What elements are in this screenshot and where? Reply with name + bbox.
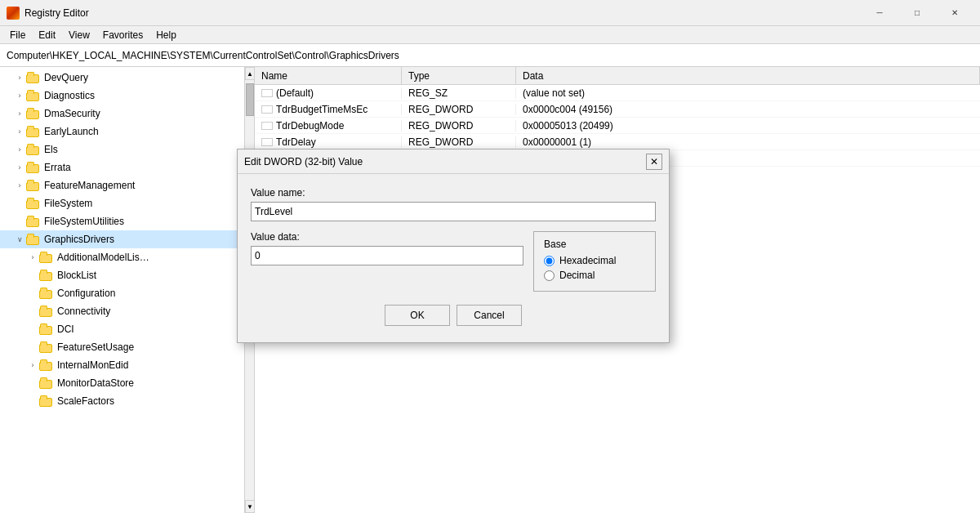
folder-icon — [26, 198, 41, 209]
chevron-right-icon: › — [13, 109, 26, 118]
value-data-col: Value data: — [251, 231, 523, 292]
scroll-down-arrow[interactable]: ▼ — [245, 500, 255, 513]
base-group: Base Hexadecimal Decimal — [533, 231, 656, 292]
tree-item-devquery[interactable]: › DevQuery — [0, 69, 244, 87]
folder-icon — [39, 288, 54, 299]
value-data-label: Value data: — [251, 231, 523, 243]
hexadecimal-radio[interactable] — [544, 256, 555, 266]
tree-item-filesystem[interactable]: FileSystem — [0, 194, 244, 212]
tree-label: BlockList — [57, 270, 96, 281]
data-row[interactable]: TdrBudgetTimeMsEc REG_DWORD 0x0000c004 (… — [255, 101, 980, 118]
column-header-data: Data — [516, 67, 980, 84]
tree-label: DmaSecurity — [44, 108, 100, 119]
menu-favorites[interactable]: Favorites — [96, 28, 149, 42]
tree-item-scalefactors[interactable]: ScaleFactors — [0, 392, 244, 410]
folder-icon — [39, 270, 54, 281]
menu-help[interactable]: Help — [149, 28, 183, 42]
menu-edit[interactable]: Edit — [32, 28, 62, 42]
tree-item-filesystemutilities[interactable]: FileSystemUtilities — [0, 212, 244, 230]
close-button[interactable]: ✕ — [936, 0, 973, 26]
menu-bar: File Edit View Favorites Help — [0, 26, 980, 44]
scrollbar-thumb[interactable] — [246, 83, 254, 116]
data-cell-data: (value not set) — [516, 87, 980, 99]
chevron-right-icon: › — [13, 91, 26, 100]
data-cell-name: TdrDebugMode — [255, 120, 402, 132]
tree-item-monitordatastore[interactable]: MonitorDataStore — [0, 374, 244, 392]
decimal-radio[interactable] — [544, 270, 555, 281]
hexadecimal-radio-label[interactable]: Hexadecimal — [544, 255, 645, 266]
data-row[interactable]: (Default) REG_SZ (value not set) — [255, 85, 980, 101]
folder-icon — [26, 126, 41, 137]
folder-icon — [26, 144, 41, 155]
tree-item-els[interactable]: › Els — [0, 141, 244, 158]
scroll-up-arrow[interactable]: ▲ — [245, 67, 255, 80]
decimal-label: Decimal — [559, 270, 595, 281]
tree-item-featuremanagement[interactable]: › FeatureManagement — [0, 176, 244, 194]
chevron-right-icon: › — [13, 181, 26, 190]
dialog-close-button[interactable]: ✕ — [646, 154, 662, 170]
tree-label: Configuration — [57, 288, 115, 299]
folder-icon — [26, 72, 41, 83]
tree-label: Connectivity — [57, 306, 110, 317]
ok-button[interactable]: OK — [385, 305, 450, 326]
folder-icon — [39, 252, 54, 263]
value-name-input[interactable] — [251, 202, 656, 221]
address-bar-path: Computer\HKEY_LOCAL_MACHINE\SYSTEM\Curre… — [7, 50, 399, 61]
tree-item-additionalmodellist[interactable]: › AdditionalModelLis… — [0, 248, 244, 266]
folder-icon — [26, 162, 41, 173]
dialog-body: Value name: Value data: Base Hexadecimal… — [238, 174, 669, 342]
menu-view[interactable]: View — [62, 28, 96, 42]
tree-item-featuresetusage[interactable]: FeatureSetUsage — [0, 338, 244, 356]
data-cell-name: TdrDelay — [255, 136, 402, 148]
title-bar-controls: ─ □ ✕ — [861, 0, 973, 26]
folder-icon — [39, 377, 54, 389]
folder-icon — [39, 359, 54, 371]
minimize-button[interactable]: ─ — [861, 0, 898, 26]
tree-label: FeatureSetUsage — [57, 341, 134, 353]
tree-label: FeatureManagement — [44, 180, 135, 191]
tree-label: Diagnostics — [44, 90, 95, 101]
tree-item-errata[interactable]: › Errata — [0, 158, 244, 176]
tree-label: Errata — [44, 162, 71, 173]
folder-icon — [39, 341, 54, 353]
chevron-right-icon: › — [13, 127, 26, 136]
data-cell-data: 0x0000c004 (49156) — [516, 104, 980, 115]
dialog-buttons: OK Cancel — [251, 305, 656, 329]
folder-icon — [26, 216, 41, 227]
tree-item-dmasecurity[interactable]: › DmaSecurity — [0, 105, 244, 123]
chevron-right-icon: › — [13, 163, 26, 172]
decimal-radio-label[interactable]: Decimal — [544, 270, 645, 281]
value-name-label: Value name: — [251, 187, 656, 199]
value-icon — [261, 89, 273, 97]
tree-label: GraphicsDrivers — [44, 234, 114, 245]
value-icon — [261, 122, 273, 130]
main-content: › DevQuery › Diagnostics › DmaSecurity ›… — [0, 67, 980, 513]
value-data-input[interactable] — [251, 246, 523, 265]
hexadecimal-label: Hexadecimal — [559, 255, 616, 266]
tree-item-diagnostics[interactable]: › Diagnostics — [0, 87, 244, 105]
cancel-button[interactable]: Cancel — [457, 305, 522, 326]
data-row[interactable]: TdrDebugMode REG_DWORD 0x00005013 (20499… — [255, 118, 980, 134]
base-label: Base — [544, 239, 645, 250]
data-cell-type: REG_SZ — [402, 87, 516, 99]
column-header-name: Name — [255, 67, 402, 84]
tree-item-graphicsdrivers[interactable]: ∨ GraphicsDrivers — [0, 230, 244, 248]
tree-item-blocklist[interactable]: BlockList — [0, 266, 244, 284]
value-icon — [261, 138, 273, 146]
data-cell-name: TdrBudgetTimeMsEc — [255, 104, 402, 115]
tree-item-earlylaunch[interactable]: › EarlyLaunch — [0, 123, 244, 141]
tree-label: Els — [44, 144, 58, 155]
data-row[interactable]: TdrDelay REG_DWORD 0x00000001 (1) — [255, 134, 980, 150]
chevron-right-icon: › — [13, 74, 26, 82]
tree-item-connectivity[interactable]: Connectivity — [0, 302, 244, 320]
maximize-button[interactable]: □ — [898, 0, 936, 26]
app-icon — [7, 7, 20, 20]
tree-label: MonitorDataStore — [57, 377, 134, 389]
chevron-right-icon: › — [26, 361, 39, 369]
menu-file[interactable]: File — [3, 28, 32, 42]
dialog-title-text: Edit DWORD (32-bit) Value — [244, 156, 363, 167]
tree-item-dci[interactable]: DCI — [0, 320, 244, 338]
tree-item-configuration[interactable]: Configuration — [0, 284, 244, 302]
tree-item-internalmonedid[interactable]: › InternalMonEdid — [0, 356, 244, 374]
tree-label: FileSystem — [44, 198, 92, 209]
